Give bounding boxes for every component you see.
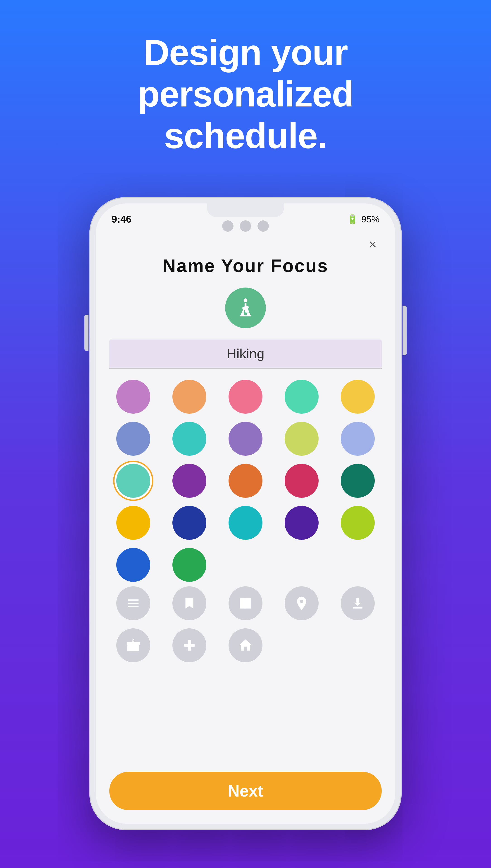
color-dot-c15[interactable] xyxy=(341,464,375,498)
camera-area xyxy=(222,220,269,232)
cam-dot-1 xyxy=(222,220,233,232)
cam-dot-2 xyxy=(240,220,251,232)
phone-screen: 9:46 🔋 95% × Name Your Focus xyxy=(96,204,395,824)
color-dot-c19[interactable] xyxy=(285,506,319,540)
color-dot-c1[interactable] xyxy=(116,380,150,414)
color-dot-c7[interactable] xyxy=(172,422,206,456)
color-dot-c18[interactable] xyxy=(229,506,262,540)
icon-grid xyxy=(109,586,382,662)
notch xyxy=(207,204,284,217)
dialog-title: Name Your Focus xyxy=(163,255,328,276)
location-icon[interactable] xyxy=(285,586,319,620)
color-dot-c9[interactable] xyxy=(285,422,319,456)
gift-icon[interactable] xyxy=(116,628,150,662)
hiker-icon xyxy=(234,297,257,319)
color-dot-c2[interactable] xyxy=(172,380,206,414)
color-dot-c16[interactable] xyxy=(116,506,150,540)
color-dot-c14[interactable] xyxy=(285,464,319,498)
color-dot-c10[interactable] xyxy=(341,422,375,456)
name-input-container xyxy=(109,340,382,368)
headline-line3: schedule. xyxy=(138,115,353,156)
battery-icon: 🔋 xyxy=(347,214,358,225)
color-dot-c20[interactable] xyxy=(341,506,375,540)
color-dot-c13[interactable] xyxy=(229,464,262,498)
status-right: 🔋 95% xyxy=(347,214,379,225)
status-time: 9:46 xyxy=(112,214,132,225)
phone-outer: 9:46 🔋 95% × Name Your Focus xyxy=(89,197,402,830)
svg-rect-1 xyxy=(128,599,139,601)
svg-point-0 xyxy=(244,298,248,302)
book-icon[interactable] xyxy=(229,586,262,620)
name-input[interactable] xyxy=(109,340,382,368)
color-dot-c21[interactable] xyxy=(116,548,150,582)
svg-rect-7 xyxy=(184,644,195,647)
medical-icon[interactable] xyxy=(172,628,206,662)
screen-content: × Name Your Focus xyxy=(96,228,395,824)
color-dot-c11[interactable] xyxy=(116,464,150,498)
phone-mockup: 9:46 🔋 95% × Name Your Focus xyxy=(89,197,402,830)
color-dot-c8[interactable] xyxy=(229,422,262,456)
bookmark-icon[interactable] xyxy=(172,586,206,620)
color-grid xyxy=(109,380,382,582)
battery-percent: 95% xyxy=(362,214,379,224)
color-dot-c6[interactable] xyxy=(116,422,150,456)
headline-line2: personalized xyxy=(138,73,353,115)
color-dot-c17[interactable] xyxy=(172,506,206,540)
color-dot-c12[interactable] xyxy=(172,464,206,498)
color-dot-c3[interactable] xyxy=(229,380,262,414)
svg-rect-2 xyxy=(128,602,139,604)
headline-line1: Design your xyxy=(138,32,353,73)
download-icon[interactable] xyxy=(341,586,375,620)
home-icon[interactable] xyxy=(229,628,262,662)
color-dot-c22[interactable] xyxy=(172,548,206,582)
svg-rect-3 xyxy=(128,606,139,608)
list-icon[interactable] xyxy=(116,586,150,620)
cam-dot-3 xyxy=(258,220,269,232)
next-button[interactable]: Next xyxy=(109,772,382,810)
focus-icon-circle[interactable] xyxy=(225,287,266,328)
color-dot-c4[interactable] xyxy=(285,380,319,414)
close-button[interactable]: × xyxy=(364,235,382,253)
headline: Design your personalized schedule. xyxy=(138,32,353,156)
color-dot-c5[interactable] xyxy=(341,380,375,414)
